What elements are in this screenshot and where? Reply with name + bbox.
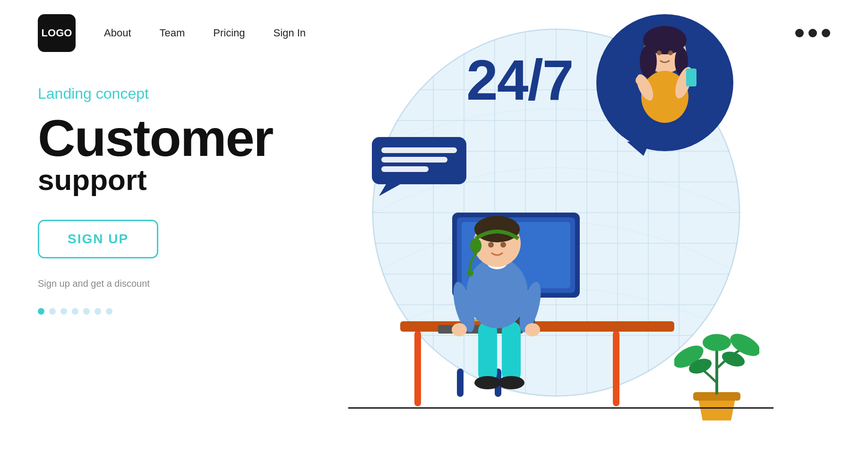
- nav-team[interactable]: Team: [160, 27, 185, 39]
- svg-point-73: [703, 334, 731, 351]
- hero-illustration: 24/7: [348, 0, 868, 463]
- svg-rect-45: [414, 331, 421, 406]
- support-agent: [377, 151, 698, 425]
- svg-point-68: [452, 323, 467, 336]
- dot-1: [795, 29, 804, 37]
- svg-point-56: [474, 376, 501, 389]
- svg-rect-46: [613, 331, 619, 406]
- svg-point-63: [467, 270, 473, 276]
- plant: [674, 321, 759, 425]
- dot-page-2[interactable]: [49, 308, 56, 315]
- logo[interactable]: LO GO: [38, 14, 76, 52]
- headline-large: Customer: [38, 112, 273, 164]
- pagination: [38, 308, 273, 315]
- svg-rect-55: [502, 321, 521, 383]
- svg-point-64: [488, 242, 494, 248]
- dot-page-4[interactable]: [72, 308, 78, 315]
- dot-page-6[interactable]: [95, 308, 101, 315]
- nav: About Team Pricing Sign In: [104, 27, 306, 39]
- headline-small: support: [38, 164, 273, 196]
- svg-point-57: [498, 376, 524, 389]
- dot-page-7[interactable]: [106, 308, 112, 315]
- sign-up-button[interactable]: SIGN UP: [38, 220, 158, 258]
- ground-line: [348, 407, 773, 409]
- dot-3: [822, 29, 830, 37]
- svg-rect-54: [478, 321, 497, 383]
- nav-about[interactable]: About: [104, 27, 131, 39]
- dot-2: [808, 29, 817, 37]
- eyebrow-label: Landing concept: [38, 85, 273, 103]
- svg-rect-40: [457, 369, 464, 397]
- svg-point-61: [474, 216, 520, 242]
- svg-point-32: [636, 76, 645, 85]
- hero-content: Landing concept Customer support SIGN UP…: [38, 85, 273, 315]
- svg-point-69: [525, 323, 540, 336]
- svg-point-65: [500, 242, 506, 248]
- svg-rect-28: [686, 69, 696, 86]
- nav-signin[interactable]: Sign In: [274, 27, 306, 39]
- header: LO GO About Team Pricing Sign In: [0, 0, 868, 66]
- dot-page-3[interactable]: [60, 308, 67, 315]
- dot-page-5[interactable]: [83, 308, 90, 315]
- dot-page-1[interactable]: [38, 308, 44, 315]
- svg-point-62: [470, 238, 481, 253]
- nav-pricing[interactable]: Pricing: [213, 27, 245, 39]
- cta-hint: Sign up and get a discount: [38, 278, 273, 289]
- more-menu[interactable]: [795, 29, 830, 37]
